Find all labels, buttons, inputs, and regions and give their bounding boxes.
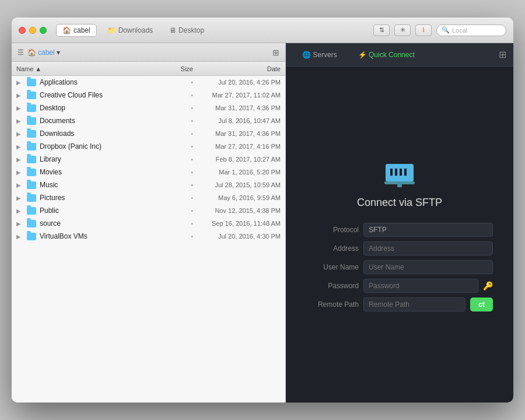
sftp-icon [381,158,418,187]
file-name: ▶ Movies [16,168,158,176]
expand-arrow-icon[interactable]: ▶ [16,195,23,201]
sort-selector[interactable]: 🏠 cabel ▾ [27,48,60,57]
table-row[interactable]: ▶ source • Sep 16, 2016, 11:48 AM [12,217,285,230]
finder-panel: ☰ 🏠 cabel ▾ ⊞ Name ▲ Size Date [12,43,286,402]
close-button[interactable] [19,27,26,34]
expand-arrow-icon[interactable]: ▶ [16,169,23,176]
tab-desktop[interactable]: 🖥 Desktop [163,24,210,36]
folder-icon [27,233,36,240]
folder-icon [27,181,36,189]
info-button[interactable]: ℹ [415,24,432,36]
connect-form: Protocol Address User Name Password [306,223,493,312]
globe-icon: 🌐 [302,51,311,59]
file-size: • [158,143,193,150]
minimize-button[interactable] [29,27,36,34]
table-row[interactable]: ▶ Public • Nov 12, 2015, 4:38 PM [12,204,285,217]
list-view-icon[interactable]: ☰ [18,48,24,57]
table-row[interactable]: ▶ Music • Jul 28, 2015, 10:59 AM [12,178,285,191]
file-size: • [158,207,193,214]
folder-icon [27,117,36,125]
folder-icon [27,104,36,112]
expand-arrow-icon[interactable]: ▶ [16,79,23,86]
folder-icon [27,220,36,228]
protocol-label: Protocol [306,226,359,234]
ftp-view-button[interactable]: ⊞ [499,49,506,60]
file-date: Jul 28, 2015, 10:59 AM [193,181,281,188]
sort-asc-icon: ▲ [35,65,41,72]
table-row[interactable]: ▶ Applications • Jul 20, 2016, 4:26 PM [12,76,285,89]
grid-view-button[interactable]: ⊞ [272,48,279,57]
protocol-input[interactable] [363,223,493,237]
connect-button[interactable]: ct [470,298,493,312]
file-list[interactable]: ▶ Applications • Jul 20, 2016, 4:26 PM ▶… [12,76,285,402]
table-row[interactable]: ▶ VirtualBox VMs • Jul 20, 2016, 4:30 PM [12,230,285,243]
tab-cabel[interactable]: 🏠 cabel [56,24,97,37]
file-size: • [158,92,193,99]
file-size: • [158,104,193,111]
file-name: ▶ Public [16,206,158,215]
date-column-header[interactable]: Date [193,65,281,72]
folder-icon-tab: 📁 [107,26,116,34]
expand-arrow-icon[interactable]: ▶ [16,208,23,214]
address-row: Address [306,242,493,256]
search-box[interactable]: 🔍 Local [436,24,506,36]
size-column-header[interactable]: Size [158,65,193,72]
svg-rect-3 [400,169,402,176]
protocol-row: Protocol [306,223,493,237]
table-row[interactable]: ▶ Dropbox (Panic Inc) • Mar 27, 2017, 4:… [12,140,285,153]
tab-servers[interactable]: 🌐 Servers [293,47,346,62]
table-row[interactable]: ▶ Downloads • Mar 31, 2017, 4:36 PM [12,127,285,140]
expand-arrow-icon[interactable]: ▶ [16,156,23,163]
username-input[interactable] [363,260,493,274]
expand-arrow-icon[interactable]: ▶ [16,233,23,240]
maximize-button[interactable] [40,27,47,34]
file-date: Jul 20, 2016, 4:30 PM [193,233,281,240]
address-label: Address [306,244,359,253]
expand-arrow-icon[interactable]: ▶ [16,220,23,227]
password-input[interactable] [363,279,478,293]
expand-arrow-icon[interactable]: ▶ [16,118,23,124]
file-name: ▶ Downloads [16,130,158,138]
expand-arrow-icon[interactable]: ▶ [16,105,23,111]
table-row[interactable]: ▶ Creative Cloud Files • Mar 27, 2017, 1… [12,89,285,102]
expand-arrow-icon[interactable]: ▶ [16,92,23,99]
expand-arrow-icon[interactable]: ▶ [16,144,23,150]
desktop-icon-tab: 🖥 [169,26,176,34]
remote-path-input[interactable] [363,298,466,312]
file-size: • [158,220,193,227]
folder-icon [27,207,36,215]
table-row[interactable]: ▶ Pictures • May 6, 2016, 9:59 AM [12,191,285,204]
name-column-header[interactable]: Name ▲ [16,65,158,72]
file-name: ▶ Documents [16,117,158,125]
folder-icon [27,169,36,176]
transfer-button[interactable]: ⇅ [373,24,390,36]
file-name: ▶ source [16,219,158,228]
tab-quick-connect[interactable]: ⚡ Quick Connect [349,47,424,62]
finder-toolbar: ☰ 🏠 cabel ▾ ⊞ [12,43,285,62]
tab-downloads[interactable]: 📁 Downloads [102,24,159,36]
file-name: ▶ VirtualBox VMs [16,232,158,240]
file-date: Jul 20, 2016, 4:26 PM [193,79,281,86]
file-size: • [158,79,193,86]
table-row[interactable]: ▶ Library • Feb 8, 2017, 10:27 AM [12,153,285,166]
file-size: • [158,233,193,240]
search-icon: 🔍 [442,26,450,34]
expand-arrow-icon[interactable]: ▶ [16,131,23,137]
column-headers: Name ▲ Size Date [12,62,285,76]
table-row[interactable]: ▶ Desktop • Mar 31, 2017, 4:36 PM [12,102,285,114]
info-icon: ℹ [422,26,425,34]
table-row[interactable]: ▶ Documents • Jul 8, 2016, 10:47 AM [12,114,285,127]
password-row: Password 🔑 [306,279,493,293]
activity-button[interactable]: ✳ [394,24,411,36]
file-name: ▶ Desktop [16,104,158,112]
file-date: Feb 8, 2017, 10:27 AM [193,156,281,163]
folder-icon [27,130,36,138]
table-row[interactable]: ▶ Movies • Mar 1, 2016, 5:20 PM [12,166,285,178]
key-icon: 🔑 [483,281,493,290]
address-input[interactable] [363,242,493,256]
folder-icon [27,92,36,99]
expand-arrow-icon[interactable]: ▶ [16,182,23,188]
home-icon: 🏠 [62,26,71,34]
sftp-connect-area: Connect via SFTP Protocol Address User N… [286,66,513,402]
ftp-toolbar: 🌐 Servers ⚡ Quick Connect ⊞ [286,43,513,66]
